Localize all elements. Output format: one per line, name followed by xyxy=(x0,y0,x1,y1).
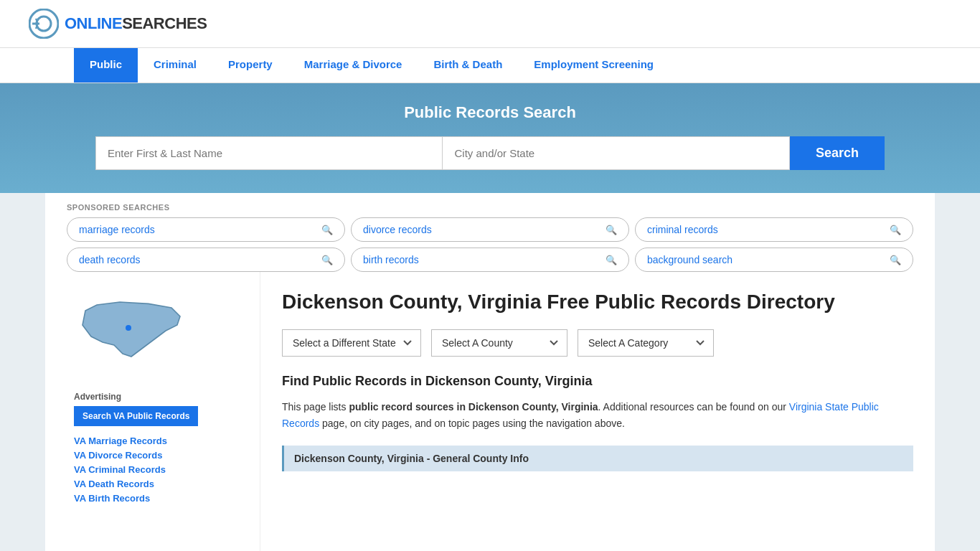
sidebar-link-3[interactable]: VA Criminal Records xyxy=(74,463,245,475)
find-records-text: This page lists public record sources in… xyxy=(282,399,913,431)
nav-item-employment[interactable]: Employment Screening xyxy=(518,48,669,83)
hero-section: Public Records Search Search xyxy=(0,83,980,193)
name-input[interactable] xyxy=(95,136,442,170)
find-records-heading: Find Public Records in Dickenson County,… xyxy=(282,374,913,389)
search-icon-divorce: 🔍 xyxy=(606,225,617,235)
sidebar-link-4[interactable]: VA Death Records xyxy=(74,478,245,489)
sponsored-tag-divorce[interactable]: divorce records 🔍 xyxy=(351,217,629,242)
sidebar-ad-button[interactable]: Search VA Public Records xyxy=(74,406,198,426)
virginia-map xyxy=(74,293,189,368)
nav-item-public[interactable]: Public xyxy=(74,48,138,83)
logo[interactable]: ONLINESEARCHES xyxy=(29,9,207,39)
county-dropdown[interactable]: Select A County xyxy=(431,329,567,357)
hero-title: Public Records Search xyxy=(29,103,951,122)
main-content: Dickenson County, Virginia Free Public R… xyxy=(260,272,935,551)
location-input[interactable] xyxy=(442,136,789,170)
sponsored-grid: marriage records 🔍 divorce records 🔍 cri… xyxy=(67,217,913,272)
sponsored-tag-criminal[interactable]: criminal records 🔍 xyxy=(635,217,913,242)
page-title: Dickenson County, Virginia Free Public R… xyxy=(282,289,913,315)
sidebar-links: VA Marriage Records VA Divorce Records V… xyxy=(74,435,245,504)
sidebar-link-2[interactable]: VA Divorce Records xyxy=(74,449,245,461)
sponsored-tag-death[interactable]: death records 🔍 xyxy=(67,248,345,272)
state-dropdown[interactable]: Select a Different State xyxy=(282,329,421,357)
advertising-label: Advertising xyxy=(74,392,245,402)
site-header: ONLINESEARCHES xyxy=(0,0,980,48)
dropdowns-row: Select a Different State Select A County… xyxy=(282,329,913,357)
section-header-bar: Dickenson County, Virginia - General Cou… xyxy=(282,446,913,471)
sponsored-tag-background[interactable]: background search 🔍 xyxy=(635,248,913,272)
main-nav: Public Criminal Property Marriage & Divo… xyxy=(0,48,980,83)
category-dropdown[interactable]: Select A Category xyxy=(578,329,714,357)
logo-icon xyxy=(29,9,59,39)
sponsored-section: SPONSORED SEARCHES marriage records 🔍 di… xyxy=(45,193,935,272)
svg-point-3 xyxy=(126,325,131,331)
logo-text: ONLINESEARCHES xyxy=(65,14,207,33)
sponsored-label: SPONSORED SEARCHES xyxy=(67,203,913,212)
nav-item-birth-death[interactable]: Birth & Death xyxy=(418,48,518,83)
sponsored-tag-birth[interactable]: birth records 🔍 xyxy=(351,248,629,272)
search-icon-background: 🔍 xyxy=(890,255,901,265)
search-icon-birth: 🔍 xyxy=(606,255,617,265)
sidebar-link-1[interactable]: VA Marriage Records xyxy=(74,435,245,446)
search-icon-marriage: 🔍 xyxy=(321,225,333,235)
sidebar-link-5[interactable]: VA Birth Records xyxy=(74,492,245,504)
search-bar: Search xyxy=(95,136,885,170)
nav-item-criminal[interactable]: Criminal xyxy=(138,48,212,83)
nav-item-marriage-divorce[interactable]: Marriage & Divorce xyxy=(288,48,418,83)
search-icon-death: 🔍 xyxy=(321,255,333,265)
nav-item-property[interactable]: Property xyxy=(212,48,288,83)
content-area: Advertising Search VA Public Records VA … xyxy=(45,272,935,551)
search-icon-criminal: 🔍 xyxy=(890,225,901,235)
search-button[interactable]: Search xyxy=(790,136,885,170)
sponsored-tag-marriage[interactable]: marriage records 🔍 xyxy=(67,217,345,242)
sidebar: Advertising Search VA Public Records VA … xyxy=(45,272,260,551)
